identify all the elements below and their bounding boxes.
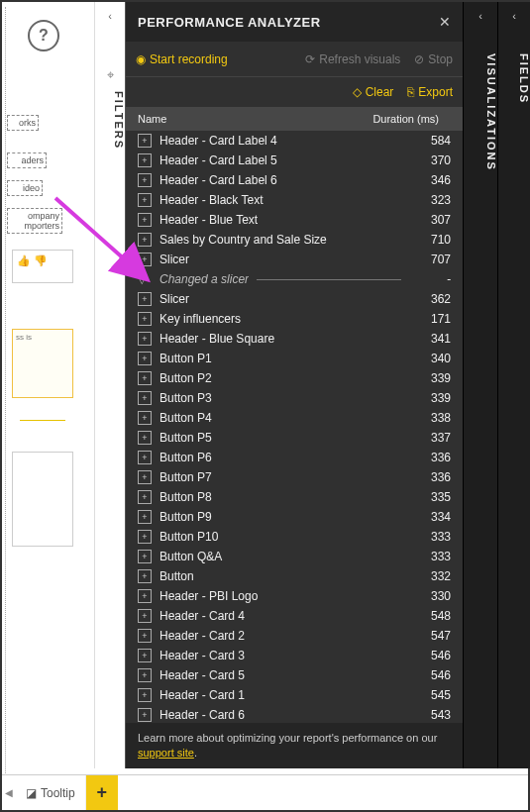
perf-item-row[interactable]: +Button P6336 — [126, 448, 463, 467]
expand-icon[interactable]: + — [138, 490, 152, 504]
perf-row-name: Button — [159, 569, 401, 583]
perf-row-name: Button P5 — [159, 431, 401, 445]
perf-row-duration: 333 — [401, 530, 451, 544]
feedback-icons[interactable]: 👍 👎 — [13, 251, 72, 271]
perf-rows-scroll[interactable]: +Header - Card Label 4584+Header - Card … — [126, 131, 463, 723]
perf-item-row[interactable]: +Button P9334 — [126, 507, 463, 527]
expand-icon[interactable]: + — [138, 391, 152, 405]
visualizations-pane-collapsed[interactable]: ‹ VISUALIZATIONS — [463, 2, 497, 768]
tooltip-tab-icon: ◪ — [26, 786, 37, 800]
expand-icon[interactable]: + — [138, 193, 152, 207]
perf-item-row[interactable]: +Button Q&A333 — [126, 547, 463, 566]
export-button[interactable]: ⎘ Export — [407, 85, 453, 99]
perf-row-duration: 707 — [401, 253, 451, 266]
expand-icon[interactable]: + — [138, 649, 152, 662]
visual-card-2[interactable]: ss is — [12, 329, 73, 398]
perf-item-row[interactable]: +Button332 — [126, 566, 463, 586]
perf-item-row[interactable]: +Button P1340 — [126, 349, 463, 368]
expand-icon[interactable]: + — [138, 550, 152, 563]
expand-icon[interactable]: + — [138, 668, 152, 682]
visualizations-label: VISUALIZATIONS — [464, 53, 497, 171]
perf-item-row[interactable]: +Header - Card 5546 — [126, 665, 463, 685]
perf-item-row[interactable]: +Button P10333 — [126, 527, 463, 547]
report-canvas-partial: ? 👍 👎 ss is orksadersideoompany mporters — [2, 2, 94, 810]
expand-icon[interactable]: + — [138, 371, 152, 385]
expand-icon[interactable]: + — [138, 609, 152, 623]
perf-item-row[interactable]: +Header - Card Label 5370 — [126, 151, 463, 170]
expand-icon[interactable]: + — [138, 411, 152, 425]
expand-icon[interactable]: + — [138, 510, 152, 524]
add-page-button[interactable]: + — [86, 775, 118, 810]
expand-icon[interactable]: + — [138, 451, 152, 464]
help-icon[interactable]: ? — [28, 20, 59, 51]
perf-item-row[interactable]: +Button P7336 — [126, 467, 463, 487]
event-divider — [257, 279, 401, 280]
filters-expand-chevron-icon[interactable]: ‹ — [95, 2, 125, 30]
expand-icon[interactable]: + — [138, 352, 152, 365]
clear-button[interactable]: ◇ Clear — [353, 85, 394, 99]
perf-item-row[interactable]: +Button P4338 — [126, 408, 463, 428]
tab-scroll-left-icon[interactable]: ◀ — [2, 775, 16, 810]
perf-item-row[interactable]: +Button P2339 — [126, 368, 463, 388]
expand-icon[interactable]: + — [138, 134, 152, 148]
expand-icon[interactable]: + — [138, 292, 152, 306]
perf-item-row[interactable]: +Button P8335 — [126, 487, 463, 507]
perf-row-name: Button P8 — [159, 490, 401, 504]
perf-item-row[interactable]: +Header - Blue Text307 — [126, 210, 463, 230]
perf-item-row[interactable]: +Header - Card 6543 — [126, 705, 463, 723]
canvas-text-fragment: aders — [7, 152, 47, 168]
viz-expand-chevron-icon[interactable]: ‹ — [464, 2, 497, 30]
perf-item-row[interactable]: +Header - Blue Square341 — [126, 329, 463, 349]
expand-icon[interactable]: + — [138, 688, 152, 702]
fields-expand-chevron-icon[interactable]: ‹ — [498, 2, 530, 30]
perf-item-row[interactable]: +Key influencers171 — [126, 309, 463, 329]
fields-pane-collapsed[interactable]: ‹ FIELDS — [497, 2, 530, 768]
expand-icon[interactable]: + — [138, 708, 152, 722]
perf-item-row[interactable]: +Header - Black Text323 — [126, 190, 463, 210]
expand-icon[interactable]: + — [138, 213, 152, 227]
perf-row-name: Header - Card Label 5 — [159, 153, 401, 167]
perf-item-row[interactable]: +Header - Card Label 4584 — [126, 131, 463, 151]
expand-icon[interactable]: + — [138, 629, 152, 643]
perf-row-duration: 346 — [401, 173, 451, 187]
expand-icon[interactable]: + — [138, 173, 152, 187]
support-site-link[interactable]: support site — [138, 747, 194, 759]
expand-icon[interactable]: + — [138, 431, 152, 445]
perf-item-row[interactable]: +Button P5337 — [126, 428, 463, 448]
expand-icon[interactable]: + — [138, 253, 152, 266]
perf-row-duration: 341 — [401, 332, 451, 346]
perf-row-duration: 546 — [401, 649, 451, 662]
perf-item-row[interactable]: +Header - Card 3546 — [126, 646, 463, 665]
perf-row-duration: 584 — [401, 134, 451, 148]
perf-row-name: Header - PBI Logo — [159, 589, 401, 603]
page-tab-tooltip[interactable]: ◪ Tooltip — [16, 775, 86, 810]
perf-item-row[interactable]: +Header - Card 1545 — [126, 685, 463, 705]
visual-card-1[interactable]: 👍 👎 — [12, 250, 73, 283]
perf-item-row[interactable]: +Slicer362 — [126, 289, 463, 309]
perf-item-row[interactable]: +Header - PBI Logo330 — [126, 586, 463, 606]
perf-event-row[interactable]: ▽Changed a slicer- — [126, 269, 463, 289]
perf-item-row[interactable]: +Header - Card 4548 — [126, 606, 463, 626]
clear-label: Clear — [366, 85, 394, 99]
expand-icon[interactable]: + — [138, 153, 152, 167]
visual-card-3[interactable] — [12, 452, 73, 547]
expand-icon[interactable]: + — [138, 312, 152, 326]
expand-icon[interactable]: + — [138, 470, 152, 484]
close-icon[interactable]: ✕ — [439, 14, 451, 30]
perf-item-row[interactable]: +Button P3339 — [126, 388, 463, 408]
expand-icon[interactable]: + — [138, 589, 152, 603]
perf-item-row[interactable]: +Header - Card Label 6346 — [126, 170, 463, 190]
perf-item-row[interactable]: +Slicer707 — [126, 250, 463, 269]
perf-row-name: Button P9 — [159, 510, 401, 524]
filters-pane-collapsed[interactable]: ‹ ⌖ FILTERS — [94, 2, 126, 768]
expand-icon[interactable]: + — [138, 530, 152, 544]
start-recording-button[interactable]: ◉ Start recording — [136, 52, 228, 66]
stop-button[interactable]: ⊘ Stop — [414, 52, 453, 66]
expand-icon[interactable]: + — [138, 233, 152, 247]
perf-row-duration: 362 — [401, 292, 451, 306]
expand-icon[interactable]: + — [138, 569, 152, 583]
perf-item-row[interactable]: +Header - Card 2547 — [126, 626, 463, 646]
refresh-visuals-button[interactable]: ⟳ Refresh visuals — [305, 52, 400, 66]
perf-item-row[interactable]: +Sales by Country and Sale Size710 — [126, 230, 463, 250]
expand-icon[interactable]: + — [138, 332, 152, 346]
